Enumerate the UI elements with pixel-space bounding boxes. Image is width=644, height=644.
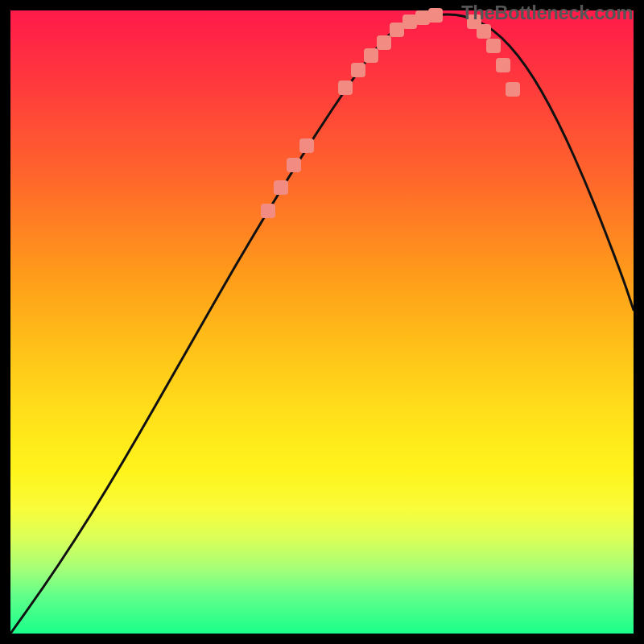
highlight-marker xyxy=(486,39,501,53)
curve-svg xyxy=(10,10,634,634)
highlight-marker xyxy=(496,58,510,72)
highlight-marker xyxy=(274,180,288,195)
highlight-marker xyxy=(261,204,275,218)
watermark-text: TheBottleneck.com xyxy=(461,2,633,24)
highlight-marker xyxy=(428,8,443,23)
highlight-marker xyxy=(299,138,314,153)
highlight-marker xyxy=(351,63,365,77)
bottleneck-curve xyxy=(10,14,634,634)
highlight-marker xyxy=(377,35,391,50)
chart-frame xyxy=(10,10,634,634)
plot-area xyxy=(10,10,634,634)
highlight-marker xyxy=(287,158,301,172)
highlight-marker xyxy=(338,80,353,95)
highlight-marker xyxy=(506,82,520,97)
highlight-marker xyxy=(364,48,378,63)
highlight-marker xyxy=(477,24,491,39)
